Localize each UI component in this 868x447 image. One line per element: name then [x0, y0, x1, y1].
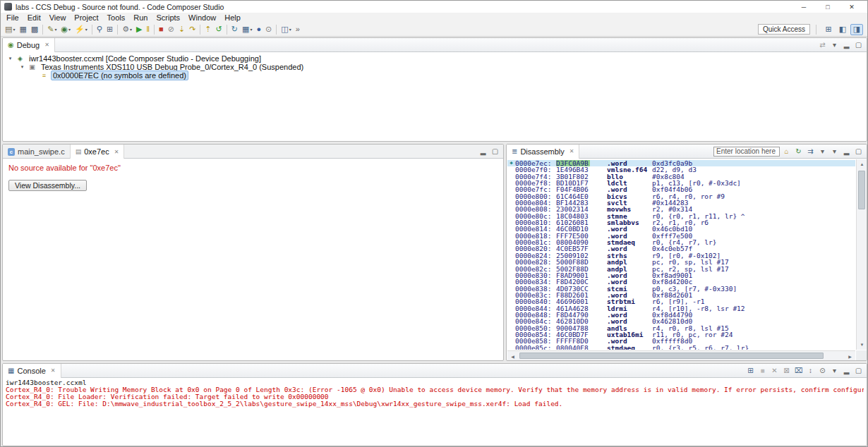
pc-marker-icon: ◆: [507, 161, 515, 166]
step-return-icon[interactable]: ⇡: [203, 23, 212, 35]
refresh-icon[interactable]: ↻: [230, 23, 239, 35]
menu-scripts[interactable]: Scripts: [152, 13, 184, 22]
opcode-text: 080040E8: [556, 345, 590, 350]
debug-launch-icon[interactable]: ◉▾: [59, 23, 72, 35]
disassembly-row[interactable]: 0000e85c:080040E8stmdaeqr0, {r3, r5, r6,…: [507, 345, 855, 350]
scroll-left-icon[interactable]: ◀: [507, 351, 518, 361]
disconnect-icon[interactable]: ⊘: [167, 23, 176, 35]
new-target-config-icon[interactable]: ⊞: [105, 23, 114, 35]
minimize-view-icon[interactable]: ▂: [478, 146, 488, 157]
disassembly-view-tab[interactable]: ≣ Disassembly ✕: [507, 145, 579, 159]
minimize-view-icon[interactable]: ▂: [841, 146, 852, 157]
app-icon: [4, 3, 12, 11]
icon-glyph: ‖: [146, 25, 150, 33]
close-icon[interactable]: ✕: [44, 42, 49, 48]
menu-edit[interactable]: Edit: [23, 13, 45, 22]
vertical-scrollbar-thumb[interactable]: [858, 171, 865, 209]
close-icon[interactable]: ✕: [114, 149, 119, 155]
more-tools-icon[interactable]: »: [294, 23, 301, 35]
pin-console-icon[interactable]: ⊙: [817, 365, 828, 376]
new-file-icon[interactable]: ▤▾: [4, 23, 16, 35]
view-disassembly-button[interactable]: View Disassembly...: [8, 180, 87, 191]
ccs-debug-perspective-icon[interactable]: ◨: [850, 24, 863, 35]
debug-header-icons: ⇄▾▂▢: [817, 39, 864, 50]
debug-view-tab[interactable]: ◉ Debug ✕: [3, 38, 55, 52]
disassembly-horizontal-scrollbar[interactable]: ◀ ▶: [507, 350, 855, 360]
clear-console-icon[interactable]: ⌧: [793, 365, 804, 376]
minimize-button[interactable]: ─: [792, 1, 816, 13]
step-into-icon[interactable]: ⇣: [177, 23, 186, 35]
pin-icon[interactable]: ⊙: [264, 23, 273, 35]
memory-browser-icon[interactable]: ▦▾: [241, 23, 253, 35]
maximize-view-icon[interactable]: ▢: [853, 146, 864, 157]
horizontal-scrollbar-thumb[interactable]: [519, 353, 824, 359]
ccs-edit-perspective-icon[interactable]: ◧: [836, 24, 849, 35]
open-perspective-icon[interactable]: ⊞: [822, 24, 835, 35]
edit-tools-icon[interactable]: ✎▾: [46, 23, 58, 35]
editor-tab-0xe7ec[interactable]: ▤0xe7ec✕: [71, 145, 125, 159]
display-selected-console-icon[interactable]: ▾: [829, 365, 840, 376]
icon-glyph: ⚡: [75, 25, 85, 33]
maximize-view-icon[interactable]: ▢: [853, 39, 864, 50]
menu-tools[interactable]: Tools: [103, 13, 130, 22]
close-button[interactable]: ✕: [840, 1, 864, 13]
save-all-icon[interactable]: ▩: [30, 23, 40, 35]
menu-help[interactable]: Help: [220, 13, 245, 22]
home-icon[interactable]: ⌂: [781, 146, 792, 157]
expander-icon[interactable]: ▾: [19, 64, 25, 70]
menu-run[interactable]: Run: [129, 13, 152, 22]
dropdown-caret-icon: ▾: [68, 27, 71, 32]
scroll-right-icon[interactable]: ▶: [845, 351, 855, 361]
flash-icon[interactable]: ⚡▾: [73, 23, 89, 35]
charts-icon[interactable]: ◫▾: [279, 23, 292, 35]
close-icon[interactable]: ✕: [51, 367, 56, 374]
breakpoints-icon[interactable]: ●: [255, 23, 263, 35]
open-console-icon[interactable]: ⊞: [745, 365, 756, 376]
disassembly-vertical-scrollbar[interactable]: ▲ ▼: [856, 159, 867, 350]
minimize-view-icon[interactable]: ▂: [841, 39, 852, 50]
console-view-tab[interactable]: ▦ Console ✕: [3, 364, 61, 378]
link-active-debug-context-icon[interactable]: ⇉: [805, 146, 816, 157]
scroll-lock-icon[interactable]: ↕: [805, 365, 816, 376]
editor-area: cmain_swipe.c▤0xe7ec✕ ▂▢ No source avail…: [2, 144, 504, 361]
terminate-icon[interactable]: ■: [157, 23, 165, 35]
scroll-down-icon[interactable]: ▼: [857, 340, 867, 350]
restart-icon[interactable]: ↺: [215, 23, 224, 35]
scroll-up-icon[interactable]: ▲: [857, 159, 867, 169]
editor-tab-main_swipe.c[interactable]: cmain_swipe.c: [3, 145, 71, 159]
step-filters-icon[interactable]: ⚙▾: [121, 23, 133, 35]
menu-project[interactable]: Project: [70, 13, 102, 22]
file-icon: c: [8, 148, 15, 156]
assembly-mode-menu-icon[interactable]: ▾: [817, 146, 828, 157]
close-icon[interactable]: ✕: [569, 148, 574, 154]
perspective-bar: ⊞◧◨: [822, 24, 863, 35]
view-menu-icon[interactable]: ▾: [829, 146, 840, 157]
menu-view[interactable]: View: [45, 13, 71, 22]
maximize-button[interactable]: □: [816, 1, 840, 13]
terminate-icon[interactable]: ■: [757, 365, 768, 376]
minimize-view-icon[interactable]: ▂: [841, 365, 852, 376]
location-input[interactable]: [713, 147, 780, 157]
remove-launch-icon[interactable]: ✕: [769, 365, 780, 376]
console-output: Cortex_R4_0: Trouble Writing Memory Bloc…: [6, 386, 864, 408]
view-menu-icon[interactable]: ▾: [829, 39, 840, 50]
search-icon[interactable]: ⚲: [95, 23, 104, 35]
step-over-icon[interactable]: ↷: [188, 23, 197, 35]
maximize-view-icon[interactable]: ▢: [853, 365, 864, 376]
quick-access-button[interactable]: Quick Access: [758, 24, 810, 35]
refresh-icon[interactable]: ↻: [793, 146, 804, 157]
save-icon[interactable]: ▦: [18, 23, 28, 35]
expander-icon[interactable]: ▾: [7, 56, 13, 61]
console-error-line: Cortex_R4_0: GEL: File: D:\mmwave_indust…: [6, 400, 864, 408]
menu-window[interactable]: Window: [184, 13, 220, 22]
remove-all-terminated-icon[interactable]: ⊠: [781, 365, 792, 376]
resume-icon[interactable]: ▶: [135, 23, 143, 35]
toolbar-separator: [42, 25, 43, 35]
connect-target-icon[interactable]: ⇄: [817, 39, 828, 50]
maximize-view-icon[interactable]: ▢: [490, 146, 500, 157]
console-view-header: ▦ Console ✕ ⊞■✕⊠⌧↕⊙▾▂▢: [3, 364, 867, 378]
console-tab-label: Console: [17, 367, 45, 375]
suspend-icon[interactable]: ‖: [145, 23, 151, 35]
debug-tree-row[interactable]: ≡0x0000E7EC (no symbols are defined): [3, 71, 867, 80]
menu-file[interactable]: File: [2, 13, 23, 22]
